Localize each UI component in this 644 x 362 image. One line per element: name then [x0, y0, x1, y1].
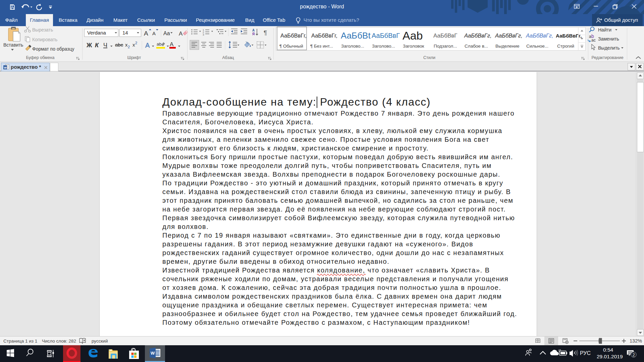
svg-text:АаБбВвГг,: АаБбВвГг, — [526, 33, 553, 39]
svg-text:Аab: Аab — [402, 29, 423, 42]
svg-text:А: А — [179, 31, 183, 37]
svg-text:Выделение: Выделение — [495, 44, 520, 49]
svg-text:W: W — [4, 66, 7, 69]
svg-text:a: a — [589, 34, 591, 39]
svg-text:А: А — [152, 31, 156, 36]
svg-text:Заголово...: Заголово... — [372, 44, 395, 49]
svg-text:А: А — [145, 42, 150, 49]
svg-text:2: 2 — [128, 45, 130, 49]
svg-text:Я: Я — [252, 32, 255, 36]
svg-text:Заголовок: Заголовок — [403, 44, 424, 49]
svg-text:¶ Обычный: ¶ Обычный — [279, 44, 303, 49]
svg-text:Aa: Aa — [163, 31, 170, 36]
svg-text:АаБбВвГг,: АаБбВвГг, — [556, 33, 582, 39]
svg-text:Ч: Ч — [103, 42, 107, 49]
svg-text:0:54: 0:54 — [603, 347, 613, 353]
svg-text:x: x — [125, 42, 128, 48]
svg-text:2: 2 — [633, 352, 635, 357]
svg-text:ab: ab — [157, 42, 161, 47]
svg-text:АаБбВвГг,: АаБбВвГг, — [280, 33, 307, 39]
svg-text:Строгий: Строгий — [557, 44, 574, 49]
svg-text:АаБбВвГг,: АаБбВвГг, — [464, 33, 492, 39]
svg-text:АаБбВвГг,: АаБбВвГг, — [495, 33, 523, 39]
svg-text:А: А — [144, 30, 148, 37]
svg-text:Сильное...: Сильное... — [526, 44, 548, 49]
svg-text:3: 3 — [203, 33, 204, 36]
svg-text:x: x — [132, 42, 135, 48]
svg-text:Ж: Ж — [86, 42, 92, 49]
svg-text:АаБбВt: АаБбВt — [341, 31, 371, 41]
svg-text:29.01.2019: 29.01.2019 — [597, 354, 623, 359]
svg-text:АаБбВвГ: АаБбВвГ — [372, 32, 400, 39]
svg-text:Подзагол...: Подзагол... — [434, 44, 457, 49]
svg-text:W: W — [151, 351, 155, 356]
svg-text:2: 2 — [135, 41, 137, 45]
svg-text:К: К — [95, 42, 99, 49]
svg-text:А: А — [170, 41, 174, 48]
svg-text:А: А — [252, 28, 255, 32]
svg-text:Заголово...: Заголово... — [341, 44, 364, 49]
svg-text:Слабое в...: Слабое в... — [465, 44, 488, 49]
svg-text:АаБбВвГ: АаБбВвГ — [433, 33, 457, 39]
svg-text:¶: ¶ — [264, 29, 267, 36]
svg-text:АаБбВвГг,: АаБбВвГг, — [311, 33, 337, 39]
svg-text:РУС: РУС — [580, 350, 591, 356]
svg-text:ac: ac — [591, 38, 596, 43]
svg-text:abc: abc — [115, 42, 123, 48]
svg-text:¶ Без инт...: ¶ Без инт... — [310, 44, 333, 49]
